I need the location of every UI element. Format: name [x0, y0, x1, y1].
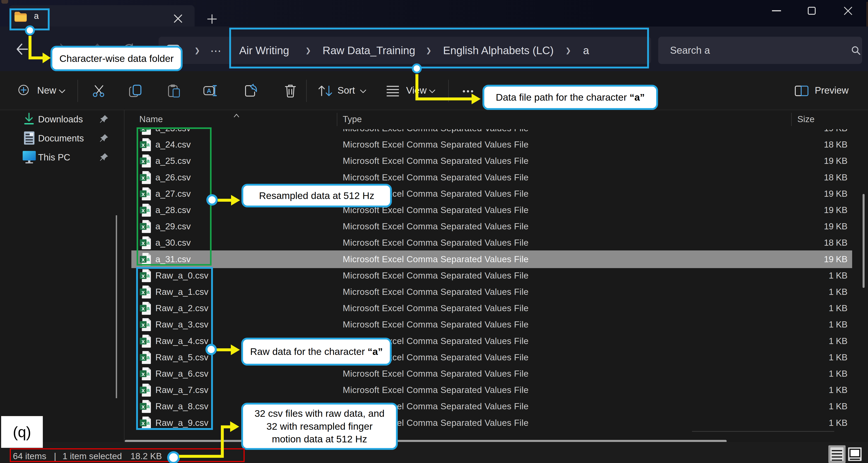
svg-text:A: A: [207, 87, 211, 94]
